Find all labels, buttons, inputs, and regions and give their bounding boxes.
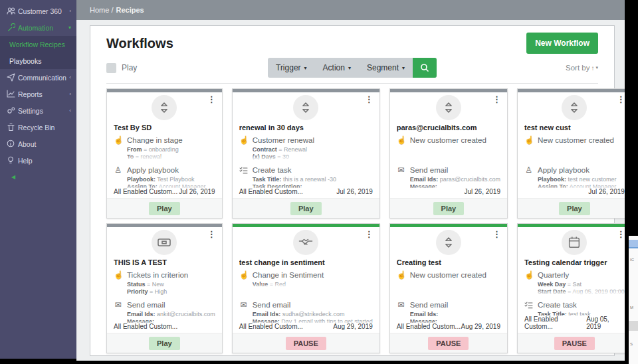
filter-dropdown-label: Segment — [367, 63, 399, 72]
sidebar-collapse-icon[interactable]: ◀ — [11, 174, 15, 180]
email-icon: ✉ — [397, 301, 405, 309]
edge-text-fragment: M — [630, 306, 633, 310]
action-block: ✉ Send email Email Ids: sudha@strikedeck… — [239, 300, 373, 325]
sidebar-item-settings[interactable]: Settings ‹ — [0, 102, 76, 119]
kebab-menu-icon[interactable]: ⋮ — [207, 230, 216, 238]
chevron-down-icon: ▾ — [304, 65, 307, 71]
sidebar-item-recycle-bin[interactable]: Recycle Bin — [0, 119, 76, 136]
sidebar-item-workflow-recipes[interactable]: Workflow Recipes — [0, 36, 76, 52]
trigger-block: ☝ New customer created — [524, 136, 625, 165]
sort-by-control[interactable]: Sort by ↑ ▾ — [566, 64, 598, 72]
card-segment: All Enabled Custom... — [114, 323, 177, 330]
trigger-hand-icon: ☝ — [114, 271, 122, 279]
kebab-menu-icon[interactable]: ⋮ — [492, 230, 501, 238]
kebab-menu-icon[interactable]: ⋮ — [207, 95, 216, 104]
card-action-button[interactable]: Play — [290, 202, 322, 215]
card-segment: All Enabled Custom... — [524, 316, 586, 330]
kebab-menu-icon[interactable]: ⋮ — [617, 95, 625, 104]
action-name: Send email — [410, 301, 449, 309]
chevron-icon: ‹ — [69, 8, 71, 14]
task-icon — [524, 302, 533, 309]
card-action-button[interactable]: Play — [149, 202, 180, 215]
top-header-bar: Home /Recipes — [76, 0, 625, 20]
card-action-button[interactable]: PAUSE — [554, 337, 595, 350]
filter-dropdown-trigger[interactable]: Trigger ▾ — [268, 58, 315, 78]
handshake-icon — [293, 230, 318, 255]
trigger-details: Status = NewPriority = High... — [127, 281, 215, 302]
edge-text-fragment: S — [630, 342, 633, 346]
email-icon: ✉ — [397, 166, 405, 174]
card-button-bar: Play — [518, 198, 631, 218]
sidebar-item-automation[interactable]: Automation ▾ — [0, 19, 76, 36]
sidebar-item-label: Automation — [18, 24, 53, 32]
send-icon — [7, 73, 18, 82]
breadcrumb-path[interactable]: Home / — [90, 6, 113, 14]
workflow-card: ⋮ renewal in 30 days ☝ Customer renewal … — [232, 88, 380, 219]
kebab-menu-icon[interactable]: ⋮ — [492, 95, 501, 104]
card-title: Testing calendar trigger — [524, 258, 625, 266]
trigger-name: New customer created — [538, 136, 614, 144]
sidebar-item-about[interactable]: About — [0, 136, 76, 152]
card-action-button[interactable]: Play — [559, 202, 590, 215]
chevron-icon: ▾ — [68, 25, 71, 31]
card-button-bar: Play — [107, 333, 222, 353]
kebab-menu-icon[interactable]: ⋮ — [365, 95, 373, 104]
card-button-bar: Play — [107, 198, 222, 218]
edge-overlay: IC M S — [625, 0, 638, 364]
chevron-icon: ‹ — [69, 108, 71, 114]
unfold-icon — [152, 95, 177, 120]
card-date: Aug 29, 2019 — [333, 323, 373, 330]
trigger-details: Contract = Renewal(x) Days = 30 — [253, 146, 373, 160]
sidebar-item-label: About — [18, 140, 36, 148]
sidebar-item-communication[interactable]: Communication ‹ — [0, 69, 76, 86]
action-block: ✉ Send email Email Ids: paras@crucialbit… — [397, 165, 500, 191]
filter-dropdown-segment[interactable]: Segment ▾ — [359, 58, 413, 78]
trigger-block: ☝ Change in stage From = onboardingTo = … — [114, 136, 215, 165]
sidebar-item-playbooks[interactable]: Playbooks — [0, 52, 76, 69]
trigger-name: Change in stage — [127, 136, 183, 144]
sidebar-item-label: Reports — [18, 90, 43, 98]
task-icon — [239, 167, 248, 174]
action-name: Send email — [127, 301, 165, 309]
card-title: Test By SD — [114, 124, 215, 132]
trigger-block: ☝ New customer created — [397, 136, 500, 165]
trigger-details: Week Day = SatStart Date = Aug 05, 2019 … — [538, 281, 625, 295]
trigger-hand-icon: ☝ — [397, 271, 405, 279]
filter-dropdown-action[interactable]: Action ▾ — [315, 58, 359, 78]
trigger-hand-icon: ☝ — [524, 271, 533, 279]
workflow-card: ⋮ Test By SD ☝ Change in stage From = on… — [106, 88, 223, 219]
sidebar-item-label: Settings — [18, 107, 43, 115]
sidebar-subitem-label: Playbooks — [9, 57, 41, 65]
filter-dropdown-label: Trigger — [276, 63, 301, 72]
bulb-icon — [7, 156, 18, 165]
action-name: Send email — [410, 166, 449, 174]
card-title: paras@crucialbits.com — [397, 124, 500, 132]
email-icon: ✉ — [114, 301, 122, 309]
sidebar-item-label: Customer 360 — [18, 7, 62, 15]
kebab-menu-icon[interactable]: ⋮ — [617, 230, 625, 238]
card-title: Creating test — [397, 258, 500, 266]
search-button[interactable] — [413, 58, 437, 78]
new-workflow-button[interactable]: New Workflow — [526, 33, 598, 54]
sidebar-item-label: Help — [18, 157, 33, 165]
action-name: Apply playbook — [538, 166, 589, 174]
trash-icon — [7, 123, 18, 132]
sidebar-item-customer-360[interactable]: Customer 360 ‹ — [0, 3, 76, 19]
gears-icon — [7, 106, 18, 115]
card-action-button[interactable]: PAUSE — [286, 337, 326, 350]
card-action-button[interactable]: Play — [433, 202, 465, 215]
kebab-menu-icon[interactable]: ⋮ — [365, 230, 373, 238]
chevron-down-icon: ▾ — [402, 65, 405, 71]
card-action-button[interactable]: Play — [149, 337, 180, 350]
sidebar-item-reports[interactable]: Reports ‹ — [0, 86, 76, 102]
search-icon — [420, 63, 429, 72]
card-action-button[interactable]: PAUSE — [428, 337, 469, 350]
sidebar-item-help[interactable]: Help — [0, 152, 76, 169]
filter-dropdown-label: Action — [323, 63, 345, 72]
action-name: Apply playbook — [127, 166, 179, 174]
play-filter-checkbox[interactable] — [106, 63, 116, 73]
unfold-icon — [436, 230, 461, 255]
trigger-details: From = onboardingTo = renewal — [127, 146, 215, 160]
card-date: Aug 05, 2019 — [586, 316, 625, 330]
breadcrumb: Home /Recipes — [90, 6, 144, 14]
